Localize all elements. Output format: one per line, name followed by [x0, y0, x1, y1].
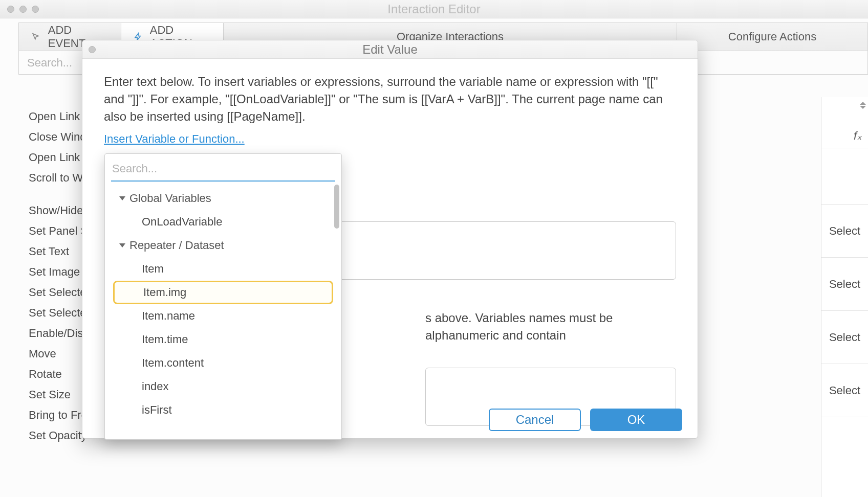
ok-button[interactable]: OK	[590, 409, 682, 431]
variable-item[interactable]: Item.time	[109, 328, 337, 351]
variable-search[interactable]	[105, 154, 341, 182]
configure-right-rail: fₓ Select Select Select Select	[821, 97, 868, 497]
variable-item[interactable]: OnLoadVariable	[109, 210, 337, 234]
chevron-down-icon	[119, 243, 125, 247]
select-button[interactable]: Select	[821, 205, 868, 258]
tab-configure-actions[interactable]: Configure Actions	[677, 23, 867, 51]
local-vars-hint: s above. Variables names must be alphanu…	[425, 309, 676, 344]
interaction-editor-title: Interaction Editor	[0, 2, 868, 16]
cancel-button[interactable]: Cancel	[489, 409, 581, 431]
variable-dropdown: Global Variables OnLoadVariable Repeater…	[104, 153, 342, 440]
outer-titlebar: Interaction Editor	[0, 0, 868, 18]
variable-item[interactable]: Item.name	[109, 304, 337, 328]
insert-variable-link[interactable]: Insert Variable or Function...	[104, 132, 245, 146]
modal-title: Edit Value	[82, 42, 698, 57]
variable-group-label: Repeater / Dataset	[129, 239, 224, 252]
chevron-up-icon	[860, 102, 866, 105]
variable-group[interactable]: Global Variables	[109, 187, 337, 210]
modal-description: Enter text below. To insert variables or…	[104, 73, 676, 125]
window-controls	[7, 6, 39, 13]
variable-item[interactable]: Item.content	[109, 351, 337, 375]
scroll-stepper[interactable]	[860, 102, 866, 108]
select-button[interactable]: Select	[821, 311, 868, 364]
select-button[interactable]: Select	[821, 364, 868, 417]
variable-list: Global Variables OnLoadVariable Repeater…	[105, 182, 341, 439]
variable-group-label: Global Variables	[129, 192, 211, 205]
modal-titlebar: Edit Value	[82, 40, 698, 59]
variable-search-input[interactable]	[111, 159, 335, 182]
variable-item-highlighted[interactable]: Item.img	[113, 281, 333, 304]
zoom-window-dot[interactable]	[32, 6, 39, 13]
minimize-window-dot[interactable]	[19, 6, 27, 13]
chevron-down-icon	[860, 106, 866, 109]
chevron-down-icon	[119, 196, 125, 200]
select-button[interactable]: Select	[821, 258, 868, 311]
variable-group[interactable]: Repeater / Dataset	[109, 234, 337, 257]
modal-actions: Cancel OK	[489, 409, 682, 431]
close-window-dot[interactable]	[7, 6, 14, 13]
variable-item[interactable]: index	[109, 375, 337, 398]
variable-item[interactable]: isFirst	[109, 398, 337, 422]
variable-item[interactable]: Item	[109, 257, 337, 281]
cursor-click-icon	[31, 32, 41, 42]
tab-label: Configure Actions	[728, 30, 816, 43]
